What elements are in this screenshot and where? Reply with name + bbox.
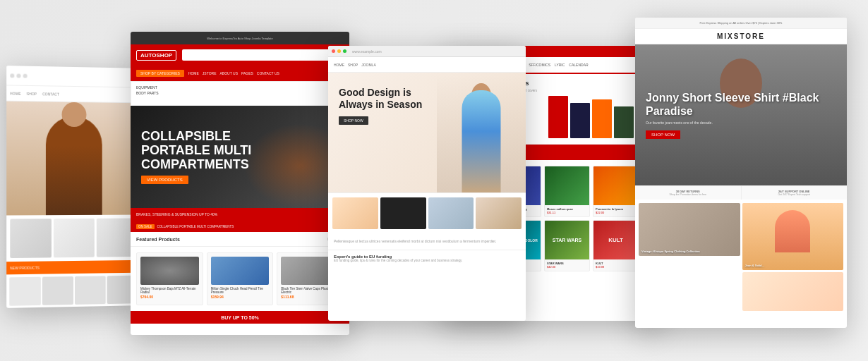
product-name-1: Mickey Thompson Baja MTZ All-Terrain Rad… — [140, 287, 199, 295]
shoe-1[interactable] — [332, 197, 378, 229]
book-price-4: $22.00 — [596, 211, 636, 214]
book-price-7: $42.00 — [547, 265, 587, 269]
mixstore-cta-btn[interactable]: SHOP NOW — [646, 130, 680, 139]
book-card-4[interactable]: Praesent.io In Ipsum $22.00 — [593, 166, 639, 217]
book-cover-3[interactable] — [592, 99, 612, 138]
nav-contact[interactable]: CONTACT US — [257, 71, 279, 75]
shoe-4[interactable] — [476, 197, 522, 229]
center-hero-title: Good Design is Always in Season — [339, 87, 426, 111]
nav-pages[interactable]: PAGES — [241, 71, 253, 75]
book-info-3: Musec nallum quae $31.11 — [545, 205, 589, 216]
mixstore-hero-overlay: Jonny Short Sleeve Shirt #Black Paradise… — [635, 44, 847, 185]
funding-text: EU funding guide, tips & rules for the c… — [334, 259, 520, 262]
nav-home[interactable]: HOME — [188, 71, 199, 75]
bottom-product-3[interactable] — [75, 276, 106, 305]
nav-calendar[interactable]: CALENDAR — [569, 63, 588, 67]
autoshop-sub-nav: SHOP BY CATEGORIES HOME JSTORE ABOUT US … — [131, 66, 349, 81]
fashion-header — [6, 66, 140, 87]
view-products-btn[interactable]: VIEW PRODUCTS — [141, 176, 188, 184]
dropdown-item-body-parts[interactable]: BODY PARTS — [134, 90, 346, 96]
url-bar[interactable]: www.example.com — [352, 49, 382, 54]
book-cover-2[interactable] — [570, 103, 590, 138]
autoshop-search[interactable] — [182, 49, 344, 61]
returns-value: Shop the Promotion Items for free — [639, 193, 737, 196]
nav-home[interactable]: HOME — [10, 91, 20, 95]
promo-text: Free Express Shipping on All orders Over… — [700, 21, 783, 25]
book-cover-grid-3 — [545, 166, 589, 205]
nav-shop[interactable]: SHOP — [27, 91, 37, 95]
nav-item-2[interactable]: SHOP — [348, 63, 358, 67]
product-image-1 — [140, 257, 199, 285]
sale-strip-2: ON SALE COLLAPSIBLE PORTABLE MULTI COMPA… — [131, 221, 349, 232]
book-card-7[interactable]: STAR WARS STAR WARS $42.00 — [544, 220, 590, 271]
book-card-3[interactable]: Musec nallum quae $31.11 — [544, 166, 590, 217]
product-1[interactable] — [10, 219, 52, 258]
bottom-product-1[interactable] — [9, 277, 41, 306]
mixstore-product-2[interactable]: Jean & Solid... — [742, 203, 844, 270]
new-products-label: NEW PRODUCTS — [10, 266, 40, 271]
book-info-4: Praesent.io In Ipsum $22.00 — [593, 205, 638, 216]
center-nav: HOME SHOP JOOMLA — [328, 57, 526, 73]
autoshop-hero: COLLAPSIBLEPORTABLE MULTICOMPARTMENTS VI… — [131, 106, 349, 208]
mixstore-product-3[interactable] — [742, 272, 844, 311]
mixstore-promo-bar: Free Express Shipping on All orders Over… — [635, 18, 847, 29]
mixstore-product-1[interactable]: Vintage #Unique Spring Clothing Collecti… — [639, 203, 740, 256]
autoshop-card: Welcome to ExpressTra Auto Shop Joomla T… — [131, 32, 349, 335]
products-row — [6, 215, 140, 262]
minimize-dot[interactable] — [337, 49, 341, 53]
nav-item-3[interactable]: JOOMLA — [361, 63, 376, 67]
book-price-8: $19.99 — [596, 265, 636, 269]
close-dot[interactable] — [332, 49, 335, 53]
autoshop-top-text: Welcome to ExpressTra Auto Shop Joomla T… — [207, 37, 272, 40]
dot-1 — [10, 73, 14, 78]
mixstore-col-2: Jean & Solid... — [742, 203, 844, 311]
mixstore-nav: MIXSTORE — [635, 29, 847, 44]
mixstore-hero-title: Jonny Short Sleeve Shirt #Black Paradise — [646, 91, 836, 118]
mixstore-hero-image: Jonny Short Sleeve Shirt #Black Paradise… — [635, 44, 847, 185]
center-model — [437, 76, 526, 192]
shop-by-category-btn[interactable]: SHOP BY CATEGORIES — [136, 70, 184, 77]
autoshop-logo[interactable]: AUTOSHOP — [136, 50, 176, 61]
nav-jstore[interactable]: JSTORE — [203, 71, 217, 75]
book-cover-4[interactable] — [614, 106, 634, 138]
featured-products-header: Featured Products ‹ › — [131, 232, 349, 247]
book-cover-1[interactable] — [548, 96, 568, 138]
dropdown-item-equipment[interactable]: EQUIPMENT — [134, 85, 346, 90]
sale-text-1: BRAKES, STEERING & SUSPENSION UP TO 40% — [136, 212, 217, 216]
center-cta-btn[interactable]: SHOP NOW — [339, 116, 368, 125]
nav-comics[interactable]: SFF/COMICS — [529, 63, 550, 67]
product-2[interactable] — [54, 219, 95, 257]
mixstore-info-strips: 30 DAY RETURNS Shop the Promotion Items … — [635, 185, 847, 200]
product-overlay-1: Vintage #Unique Spring Clothing Collecti… — [641, 250, 737, 253]
main-container: HOME SHOP CONTACT NEW PRODUCTS Welcome t… — [0, 0, 868, 361]
autoshop-product-2[interactable]: Milton Single Chuck Head Pencil Tire Pre… — [207, 252, 274, 305]
info-strip-support: 24/7 SUPPORT ONLINE Get 24/7 Expert Tech… — [742, 186, 848, 200]
support-value: Get 24/7 Expert Tech support — [745, 193, 844, 196]
nav-aboutus[interactable]: ABOUT US — [220, 71, 238, 75]
book-cover-grid-7: STAR WARS — [545, 221, 589, 259]
fashion-card: HOME SHOP CONTACT NEW PRODUCTS — [6, 66, 140, 308]
sale-text-2: ON SALE COLLAPSIBLE PORTABLE MULTI COMPA… — [136, 224, 234, 229]
book-card-8[interactable]: KULT KULT $19.99 — [593, 220, 639, 271]
bottom-product-2[interactable] — [42, 276, 73, 305]
browser-toolbar: www.example.com — [328, 46, 526, 57]
model-body — [462, 90, 501, 192]
dot-2 — [16, 73, 20, 78]
book-price-3: $31.11 — [547, 211, 587, 214]
nav-contact[interactable]: CONTACT — [42, 92, 59, 96]
shoe-3[interactable] — [428, 197, 474, 229]
nav-item-1[interactable]: HOME — [334, 63, 344, 67]
center-card: www.example.com HOME SHOP JOOMLA Good De… — [328, 46, 526, 321]
mixstore-logo[interactable]: MIXSTORE — [717, 32, 765, 40]
fashion-hero — [6, 102, 140, 216]
sale-strip: BRAKES, STEERING & SUSPENSION UP TO 40% — [131, 208, 349, 221]
center-model-area — [437, 73, 526, 192]
shoe-2[interactable] — [380, 197, 426, 229]
shoes-row — [328, 192, 526, 233]
nav-lyric[interactable]: LYRIC — [555, 63, 565, 67]
bottom-products — [6, 273, 140, 308]
maximize-dot[interactable] — [343, 49, 346, 53]
autoshop-product-1[interactable]: Mickey Thompson Baja MTZ All-Terrain Rad… — [136, 252, 203, 305]
book-cover-grid-4 — [593, 166, 638, 205]
center-description: Pellentesque ut lectus ultrices venenati… — [334, 239, 520, 244]
